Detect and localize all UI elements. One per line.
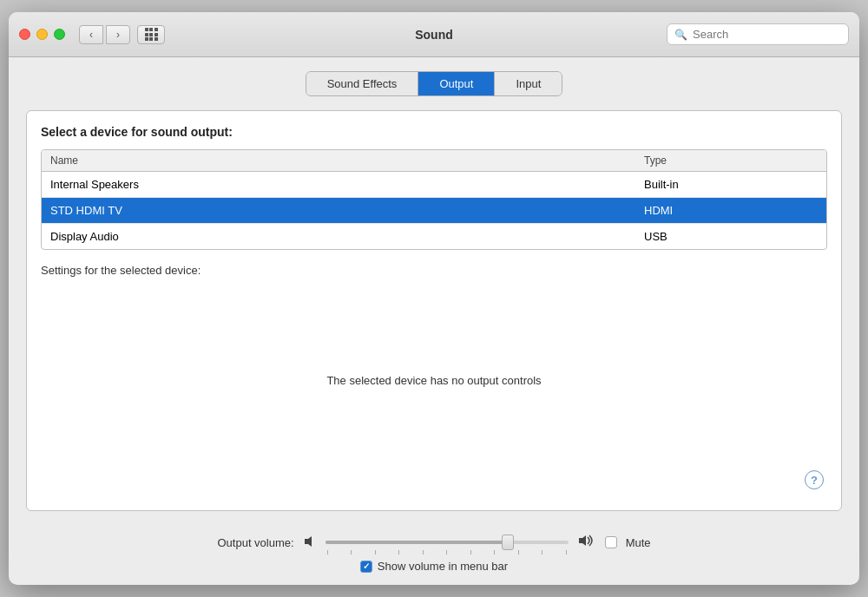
menubar-checkbox[interactable]: ✓ xyxy=(360,561,372,573)
slider-thumb[interactable] xyxy=(502,535,514,550)
search-box[interactable]: 🔍 xyxy=(667,23,849,45)
col-header-type: Type xyxy=(644,154,818,167)
device-name: Internal Speakers xyxy=(50,178,644,191)
volume-slider[interactable] xyxy=(326,534,569,551)
settings-section: Settings for the selected device: The se… xyxy=(41,264,827,496)
bottom-controls: Output volume: xyxy=(26,525,842,585)
table-row[interactable]: STD HDMI TV HDMI xyxy=(42,198,826,224)
slider-track xyxy=(326,541,569,544)
system-preferences-window: ‹ › Sound 🔍 Sound Effects xyxy=(9,12,859,585)
maximize-button[interactable] xyxy=(54,29,65,40)
volume-high-icon xyxy=(577,534,596,551)
grid-icon xyxy=(145,28,158,41)
output-volume-label: Output volume: xyxy=(217,536,293,549)
minimize-button[interactable] xyxy=(36,29,48,40)
forward-icon: › xyxy=(116,29,120,41)
help-button[interactable]: ? xyxy=(805,470,824,489)
col-header-name: Name xyxy=(50,154,644,167)
slider-ticks xyxy=(326,550,569,554)
table-row[interactable]: Display Audio USB xyxy=(42,224,826,249)
grid-view-button[interactable] xyxy=(137,25,165,44)
svg-marker-0 xyxy=(305,536,312,547)
tab-group: Sound Effects Output Input xyxy=(306,71,563,96)
device-name: Display Audio xyxy=(50,230,644,243)
panel-inner: Select a device for sound output: Name T… xyxy=(27,111,841,510)
tab-bar: Sound Effects Output Input xyxy=(26,71,842,96)
search-icon: 🔍 xyxy=(674,29,687,41)
search-input[interactable] xyxy=(693,28,841,41)
device-name: STD HDMI TV xyxy=(50,204,644,217)
back-button[interactable]: ‹ xyxy=(79,25,103,44)
tab-input[interactable]: Input xyxy=(495,72,562,95)
table-header: Name Type xyxy=(42,150,826,172)
device-table: Name Type Internal Speakers Built-in STD… xyxy=(41,149,827,250)
window-title: Sound xyxy=(415,28,453,42)
forward-button[interactable]: › xyxy=(106,25,130,44)
traffic-lights xyxy=(19,29,65,40)
settings-label: Settings for the selected device: xyxy=(41,264,827,277)
checkmark-icon: ✓ xyxy=(363,562,370,571)
nav-buttons: ‹ › xyxy=(79,25,130,44)
no-controls-message: The selected device has no output contro… xyxy=(41,291,827,470)
device-type: Built-in xyxy=(644,178,818,191)
slider-fill xyxy=(326,541,508,544)
tab-sound-effects[interactable]: Sound Effects xyxy=(306,72,419,95)
back-icon: ‹ xyxy=(89,29,93,41)
svg-marker-1 xyxy=(579,535,586,546)
titlebar: ‹ › Sound 🔍 xyxy=(9,12,859,57)
mute-label: Mute xyxy=(626,536,651,549)
table-row[interactable]: Internal Speakers Built-in xyxy=(42,172,826,198)
volume-low-icon xyxy=(303,535,317,551)
menubar-label: Show volume in menu bar xyxy=(378,560,508,573)
close-button[interactable] xyxy=(19,29,30,40)
menubar-row: ✓ Show volume in menu bar xyxy=(360,560,508,573)
tab-output[interactable]: Output xyxy=(418,72,495,95)
volume-row: Output volume: xyxy=(217,534,650,551)
device-type: USB xyxy=(644,230,818,243)
device-type: HDMI xyxy=(644,204,818,217)
mute-checkbox[interactable] xyxy=(605,536,617,548)
section-title: Select a device for sound output: xyxy=(41,125,827,139)
content-area: Sound Effects Output Input Select a devi… xyxy=(9,57,859,585)
main-panel: Select a device for sound output: Name T… xyxy=(26,110,842,511)
